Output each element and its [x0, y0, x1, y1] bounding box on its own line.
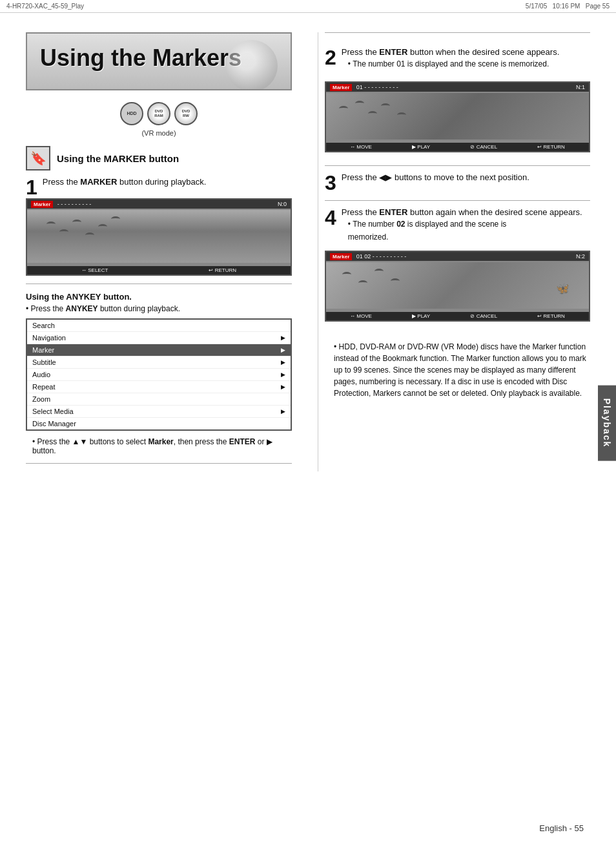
menu-item-audio: Audio ▶: [27, 369, 291, 381]
step-1-content: Press the MARKER button during playback.: [43, 177, 292, 189]
note-text: HDD, DVD-RAM or DVD-RW (VR Mode) discs h…: [325, 341, 590, 399]
bird-s4-1: [342, 272, 351, 277]
menu-item-repeat: Repeat ▶: [27, 381, 291, 393]
menu-item-marker: Marker ▶: [27, 344, 291, 356]
menu-item-subtitle: Subtitle ▶: [27, 356, 291, 369]
media-icon-dvdrw: DVDRW: [174, 102, 198, 125]
marker-section-title: Using the MARKER button: [57, 153, 179, 164]
step-3-content: Press the ◀▶ buttons to move to the next…: [342, 172, 590, 185]
bird-4: [85, 232, 94, 238]
anykey-section: Using the ANYKEY button. • Press the ANY…: [26, 292, 292, 313]
step-4-block: 4 Press the ENTER button again when the …: [325, 201, 590, 335]
screen-1-footer: ↔ SELECT ↩ RETURN: [27, 266, 291, 274]
bird-s2-5: [397, 112, 406, 118]
screen-1-header: Marker - - - - - - - - - - N:0: [27, 200, 291, 209]
screen-mockup-4: Marker 01 02 - - - - - - - - - - N:2 🦋 ↔…: [325, 251, 590, 322]
sidebar-tab-label: Playback: [602, 398, 612, 448]
screen-mockup-1: Marker - - - - - - - - - - N:0 ↔ SELECT …: [26, 198, 292, 276]
divider-right-top: [325, 32, 590, 33]
left-column: Using the Markers HDD DVDRAM DVDRW (VR m…: [26, 32, 298, 471]
title-banner: Using the Markers: [26, 32, 292, 90]
page-content: Using the Markers HDD DVDRAM DVDRW (VR m…: [0, 13, 616, 497]
screen-1-bg: [27, 210, 291, 263]
step-4-text: Press the ENTER button again when the de…: [342, 207, 590, 217]
bird-1: [46, 222, 56, 227]
page-title: Using the Markers: [40, 45, 278, 71]
bird-s4-3: [375, 269, 384, 274]
anykey-desc: • Press the ANYKEY button during playbac…: [26, 304, 292, 313]
file-label-middle: 5/17/05 10:16 PM Page 55: [526, 3, 610, 10]
step-2-content: Press the ENTER button when the desired …: [342, 47, 590, 72]
step-2-subtext: The number 01 is displayed and the scene…: [348, 59, 590, 68]
media-icon-hdd: HDD: [120, 102, 143, 125]
marker-icon: 🔖: [26, 146, 50, 170]
bird-s2-2: [355, 101, 364, 106]
right-column: 2 Press the ENTER button when the desire…: [318, 32, 590, 471]
menu-item-select-media: Select Media ▶: [27, 406, 291, 418]
divider-left-bottom: [26, 463, 292, 464]
page-number: English - 55: [539, 823, 584, 833]
screen-mockup-2: Marker 01 - - - - - - - - - - N:1 ↔ MOVE…: [325, 81, 590, 152]
media-icons-row: HDD DVDRAM DVDRW: [26, 102, 292, 125]
menu-mockup: Search Navigation ▶ Marker ▶ Subtitle ▶ …: [26, 318, 292, 431]
file-label-bar: 4-HR720-XAC_45-59_Play 5/17/05 10:16 PM …: [0, 0, 616, 13]
marker-section-header: 🔖 Using the MARKER button: [26, 146, 292, 170]
step-4-subtext1: The number 02 is displayed and the scene…: [348, 220, 590, 229]
bird-2: [59, 229, 68, 234]
step-4-content: Press the ENTER button again when the de…: [342, 207, 590, 242]
bird-3: [72, 220, 81, 225]
butterfly-icon: 🦋: [555, 282, 570, 296]
media-icon-dvdram: DVDRAM: [147, 102, 170, 125]
menu-item-zoom: Zoom: [27, 393, 291, 406]
bird-s4-4: [391, 278, 400, 284]
anykey-title: Using the ANYKEY button.: [26, 292, 292, 302]
sidebar-tab: Playback: [598, 386, 616, 461]
bird-5: [98, 224, 107, 229]
bird-6: [111, 216, 120, 222]
screen-2-header: Marker 01 - - - - - - - - - - N:1: [326, 83, 589, 92]
menu-item-navigation: Navigation ▶: [27, 332, 291, 344]
bird-s4-2: [358, 280, 367, 285]
menu-item-search: Search: [27, 320, 291, 332]
step-4-number: 4: [325, 207, 336, 228]
screen-2-bg: [326, 93, 589, 139]
bird-s2-1: [339, 106, 348, 111]
screen-4-header: Marker 01 02 - - - - - - - - - - N:2: [326, 252, 589, 261]
step-2-text: Press the ENTER button when the desired …: [342, 47, 590, 57]
step-2-number: 2: [325, 47, 336, 68]
screen-4-bg: 🦋: [326, 262, 589, 309]
step-3-number: 3: [325, 172, 336, 193]
vr-mode-label: (VR mode): [26, 129, 292, 137]
menu-item-disc-manager: Disc Manager: [27, 418, 291, 429]
step-1-block: 1 Press the MARKER button during playbac…: [26, 177, 292, 189]
file-label-left: 4-HR720-XAC_45-59_Play: [6, 3, 84, 10]
bird-s2-4: [381, 103, 390, 108]
step-1-number: 1: [26, 177, 37, 198]
step-2-block: 2 Press the ENTER button when the desire…: [325, 41, 590, 166]
screen-4-footer: ↔ MOVE ▶ PLAY ⊘ CANCEL ↩ RETURN: [326, 312, 589, 320]
bird-s2-3: [368, 111, 377, 116]
step-3-block: 3 Press the ◀▶ buttons to move to the ne…: [325, 166, 590, 201]
step-3-text: Press the ◀▶ buttons to move to the next…: [342, 172, 590, 182]
divider-anykey: [26, 284, 292, 284]
screen-2-footer: ↔ MOVE ▶ PLAY ⊘ CANCEL ↩ RETURN: [326, 143, 589, 151]
step-1-text: Press the MARKER button during playback.: [43, 177, 292, 187]
anykey-instruction: Press the ▲▼ buttons to select Marker, t…: [32, 437, 292, 455]
step-4-subtext2: memorized.: [348, 232, 590, 242]
